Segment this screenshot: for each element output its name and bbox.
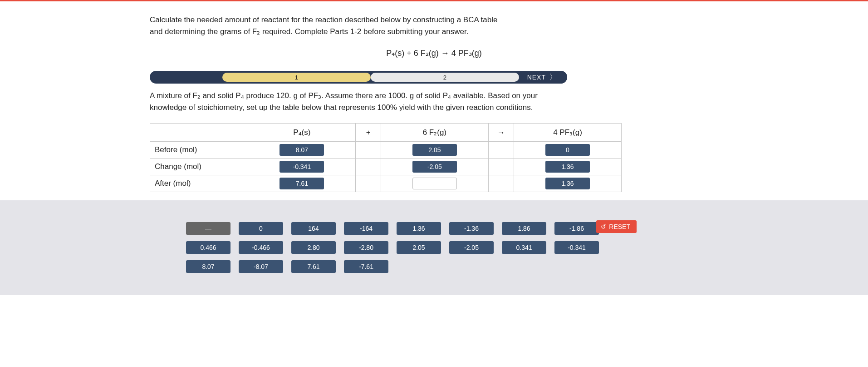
option-tile[interactable]: -2.80 [344,241,388,254]
option-tile[interactable]: 1.36 [397,222,441,235]
part-question-text: A mixture of F₂ and solid P₄ produce 120… [150,90,567,113]
row-label-before: Before (mol) [150,142,248,159]
option-tile[interactable]: 164 [291,222,336,235]
step-progress-bar: 1 2 NEXT 〉 [150,71,567,84]
col-header-f2: 6 F₂(g) [381,124,488,142]
tile-value[interactable]: -2.05 [412,161,457,173]
row-label-change: Change (mol) [150,159,248,175]
option-tile[interactable]: -8.07 [239,260,283,273]
option-tile[interactable]: -0.466 [239,241,283,254]
table-row-change: Change (mol) -0.341 -2.05 1.36 [150,159,622,175]
options-row-2: 0.466 -0.466 2.80 -2.80 2.05 -2.05 0.341… [186,241,718,254]
cell-after-pf3[interactable]: 1.36 [514,175,622,192]
table-row-after: After (mol) 7.61 1.36 [150,175,622,192]
empty-drop-slot[interactable] [412,178,457,189]
cell-change-p4[interactable]: -0.341 [248,159,356,175]
cell-after-f2[interactable] [381,175,488,192]
cell-before-f2[interactable]: 2.05 [381,142,488,159]
cell-change-f2[interactable]: -2.05 [381,159,488,175]
table-corner-blank [150,124,248,142]
options-row-1: — 0 164 -164 1.36 -1.36 1.86 -1.86 [186,222,718,235]
instructions-text: Calculate the needed amount of reactant … [150,14,504,37]
option-tile[interactable]: -1.86 [554,222,599,235]
tile-value[interactable]: 2.05 [412,144,457,156]
chemical-equation: P₄(s) + 6 F₂(g) → 4 PF₃(g) [150,48,718,58]
undo-icon: ↺ [601,223,606,230]
tile-value[interactable]: 0 [545,144,590,156]
tile-value[interactable]: 1.36 [545,178,590,189]
option-tile-used[interactable]: — [186,222,230,235]
row-label-after: After (mol) [150,175,248,192]
chevron-right-icon: 〉 [549,73,557,82]
table-row-before: Before (mol) 8.07 2.05 0 [150,142,622,159]
next-label: NEXT [527,74,546,81]
tile-value[interactable]: 1.36 [545,161,590,173]
next-button[interactable]: NEXT 〉 [519,71,567,84]
col-arrow: → [488,124,514,142]
option-tile[interactable]: 8.07 [186,260,230,273]
option-tile[interactable]: 2.80 [291,241,336,254]
option-tile[interactable]: 0.466 [186,241,230,254]
option-tile[interactable]: -1.36 [449,222,494,235]
answer-options-panel: ↺ RESET — 0 164 -164 1.36 -1.36 1.86 -1.… [0,200,868,295]
col-header-p4: P₄(s) [248,124,356,142]
step-1-tab[interactable]: 1 [222,73,371,82]
col-plus: + [356,124,381,142]
option-tile[interactable]: 0 [239,222,283,235]
option-tile[interactable]: -2.05 [449,241,494,254]
option-tile[interactable]: 7.61 [291,260,336,273]
option-tile[interactable]: -7.61 [344,260,388,273]
option-tile[interactable]: 0.341 [502,241,546,254]
option-tile[interactable]: 1.86 [502,222,546,235]
reset-label: RESET [609,223,630,230]
col-header-pf3: 4 PF₃(g) [514,124,622,142]
tile-value[interactable]: 7.61 [280,178,324,189]
step-2-tab[interactable]: 2 [371,73,519,82]
cell-before-pf3[interactable]: 0 [514,142,622,159]
cell-change-pf3[interactable]: 1.36 [514,159,622,175]
cell-after-p4[interactable]: 7.61 [248,175,356,192]
option-tile[interactable]: -0.341 [554,241,599,254]
option-tile[interactable]: 2.05 [397,241,441,254]
cell-before-p4[interactable]: 8.07 [248,142,356,159]
options-row-3: 8.07 -8.07 7.61 -7.61 [186,260,718,273]
tile-value[interactable]: -0.341 [280,161,324,173]
option-tile[interactable]: -164 [344,222,388,235]
bca-table: P₄(s) + 6 F₂(g) → 4 PF₃(g) Before (mol) … [150,123,622,192]
tile-value[interactable]: 8.07 [280,144,324,156]
reset-button[interactable]: ↺ RESET [596,220,637,233]
